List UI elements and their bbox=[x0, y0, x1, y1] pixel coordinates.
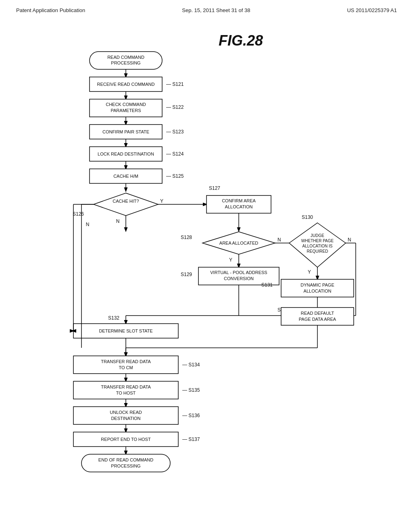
svg-text:PARAMETERS: PARAMETERS bbox=[111, 108, 141, 113]
svg-text:— S134: — S134 bbox=[182, 362, 200, 368]
svg-text:Y: Y bbox=[160, 198, 163, 204]
s133-box bbox=[281, 308, 354, 325]
svg-text:VIRTUAL - POOL ADDRESS: VIRTUAL - POOL ADDRESS bbox=[210, 270, 267, 275]
svg-text:S129: S129 bbox=[181, 272, 192, 277]
end-box bbox=[81, 454, 170, 472]
s131-box bbox=[281, 279, 354, 297]
svg-text:DYNAMIC PAGE: DYNAMIC PAGE bbox=[300, 283, 334, 287]
svg-text:REQUIRED: REQUIRED bbox=[307, 249, 328, 254]
svg-text:— S135: — S135 bbox=[182, 387, 200, 393]
svg-text:— S136: — S136 bbox=[182, 413, 200, 418]
svg-text:TO HOST: TO HOST bbox=[116, 391, 136, 395]
svg-text:PROCESSING: PROCESSING bbox=[111, 60, 140, 65]
header-middle: Sep. 15, 2011 Sheet 31 of 38 bbox=[182, 7, 250, 13]
svg-text:TO CM: TO CM bbox=[119, 365, 133, 370]
diagram-title: FIG.28 bbox=[219, 32, 263, 49]
svg-text:LOCK READ DESTINATION: LOCK READ DESTINATION bbox=[98, 152, 154, 156]
svg-text:N: N bbox=[116, 218, 120, 224]
svg-text:ALLOCATION IS: ALLOCATION IS bbox=[302, 244, 333, 248]
s135-box bbox=[73, 381, 178, 399]
s136-box bbox=[73, 407, 178, 424]
svg-text:— S123: — S123 bbox=[166, 129, 184, 135]
svg-text:N: N bbox=[348, 237, 351, 243]
svg-text:TRANSFER READ DATA: TRANSFER READ DATA bbox=[101, 359, 151, 364]
svg-text:ALLOCATION: ALLOCATION bbox=[304, 289, 332, 293]
svg-text:CONFIRM AREA: CONFIRM AREA bbox=[222, 198, 256, 203]
svg-text:PROCESSING: PROCESSING bbox=[111, 463, 140, 468]
header-right: US 2011/0225379 A1 bbox=[347, 7, 397, 13]
svg-text:REPORT END TO HOST: REPORT END TO HOST bbox=[101, 437, 151, 442]
svg-text:S132: S132 bbox=[108, 315, 119, 321]
svg-text:DETERMINE SLOT STATE: DETERMINE SLOT STATE bbox=[99, 328, 152, 333]
svg-text:Y: Y bbox=[308, 269, 311, 275]
svg-text:END OF READ COMMAND: END OF READ COMMAND bbox=[98, 457, 153, 462]
svg-text:CONVERSION: CONVERSION bbox=[224, 276, 254, 281]
flowchart: FIG.28 READ COMMAND PROCESSING RECEIVE R… bbox=[49, 25, 364, 501]
svg-text:— S122: — S122 bbox=[166, 104, 184, 110]
svg-text:PAGE DATA AREA: PAGE DATA AREA bbox=[299, 317, 336, 322]
svg-text:READ COMMAND: READ COMMAND bbox=[107, 55, 144, 60]
svg-text:— S121: — S121 bbox=[166, 81, 184, 87]
svg-text:CONFIRM PAIR STATE: CONFIRM PAIR STATE bbox=[102, 129, 149, 134]
svg-text:TRANSFER READ DATA: TRANSFER READ DATA bbox=[101, 384, 151, 389]
svg-text:— S137: — S137 bbox=[182, 436, 200, 442]
svg-text:Y: Y bbox=[229, 257, 232, 263]
diagram-area: FIG.28 READ COMMAND PROCESSING RECEIVE R… bbox=[0, 17, 413, 509]
svg-text:DESTINATION: DESTINATION bbox=[111, 416, 140, 421]
svg-text:CACHE HIT?: CACHE HIT? bbox=[113, 199, 139, 204]
svg-text:S130: S130 bbox=[302, 214, 313, 220]
svg-text:JUDGE: JUDGE bbox=[311, 233, 324, 238]
svg-text:S127: S127 bbox=[209, 185, 220, 191]
page-header: Patent Application Publication Sep. 15, … bbox=[0, 0, 413, 17]
svg-text:S128: S128 bbox=[181, 235, 192, 240]
svg-text:AREA ALLOCATED: AREA ALLOCATED bbox=[219, 241, 258, 245]
svg-text:RECEIVE READ COMMAND: RECEIVE READ COMMAND bbox=[97, 82, 154, 87]
s134-box bbox=[73, 356, 178, 374]
svg-text:CACHE H/M: CACHE H/M bbox=[113, 174, 138, 179]
svg-text:UNLOCK READ: UNLOCK READ bbox=[110, 410, 142, 415]
header-left: Patent Application Publication bbox=[16, 7, 85, 13]
svg-text:N: N bbox=[86, 222, 90, 227]
svg-text:N: N bbox=[277, 237, 281, 243]
svg-text:S126: S126 bbox=[73, 211, 84, 217]
svg-text:READ DEFAULT: READ DEFAULT bbox=[301, 311, 334, 316]
svg-text:— S125: — S125 bbox=[166, 173, 184, 179]
s126-diamond bbox=[94, 193, 158, 216]
svg-text:WHETHER PAGE: WHETHER PAGE bbox=[301, 239, 334, 243]
svg-text:S131: S131 bbox=[261, 282, 273, 288]
svg-text:— S124: — S124 bbox=[166, 151, 184, 157]
svg-text:CHECK COMMAND: CHECK COMMAND bbox=[106, 102, 146, 107]
svg-text:ALLOCATION: ALLOCATION bbox=[225, 204, 253, 209]
